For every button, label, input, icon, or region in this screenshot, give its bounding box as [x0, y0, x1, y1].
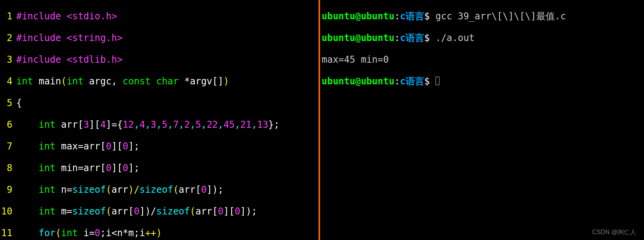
- code-line: 9 int n=sizeof(arr)/sizeof(arr[0]);: [0, 184, 319, 195]
- terminal-output: max=45 min=0: [322, 54, 644, 65]
- code-line: 10 int m=sizeof(arr[0])/sizeof(arr[0][0]…: [0, 206, 319, 217]
- code-line: 5{: [0, 98, 319, 108]
- code-line: 11 for(int i=0;i<n*m;i++): [0, 228, 319, 238]
- terminal-cursor-icon: [436, 77, 439, 85]
- terminal-command: ./a.out: [436, 33, 475, 43]
- code-line: 2#include <string.h>: [0, 33, 319, 43]
- code-editor-pane[interactable]: 1#include <stdio.h> 2#include <string.h>…: [0, 0, 319, 240]
- terminal-line: ubuntu@ubuntu:c语言$ ./a.out: [322, 33, 644, 43]
- line-number: 1: [0, 11, 16, 22]
- prompt-path: c语言: [400, 11, 424, 22]
- prompt-user: ubuntu@ubuntu: [322, 11, 394, 22]
- terminal-pane[interactable]: ubuntu@ubuntu:c语言$ gcc 39_arr\[\]\[\]最值.…: [320, 0, 644, 240]
- code-line: 7 int max=arr[0][0];: [0, 141, 319, 152]
- watermark-text: CSDN @闲仁人: [592, 227, 636, 238]
- code-line: 3#include <stdlib.h>: [0, 54, 319, 65]
- terminal-line: ubuntu@ubuntu:c语言$: [322, 76, 644, 87]
- code-line: 6 int arr[3][4]={12,4,3,5,7,2,5,22,45,21…: [0, 119, 319, 130]
- code-line: 1#include <stdio.h>: [0, 11, 319, 22]
- code-line: 4int main(int argc, const char *argv[]): [0, 76, 319, 87]
- terminal-command: gcc 39_arr\[\]\[\]最值.c: [436, 11, 566, 22]
- code-line: 8 int min=arr[0][0];: [0, 163, 319, 173]
- terminal-line: ubuntu@ubuntu:c语言$ gcc 39_arr\[\]\[\]最值.…: [322, 11, 644, 22]
